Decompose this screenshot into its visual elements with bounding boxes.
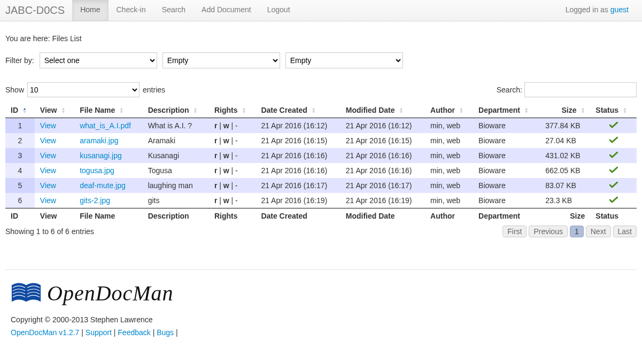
cell-created: 21 Apr 2016 (16:17) (256, 178, 340, 193)
cell-created: 21 Apr 2016 (16:16) (256, 148, 340, 163)
login-status-prefix: Logged in as (566, 5, 610, 14)
pager-first[interactable]: First (502, 226, 527, 237)
top-navbar: JABC-D0CS Home Check-in Search Add Docum… (0, 0, 642, 21)
book-icon (11, 282, 42, 305)
col-status[interactable]: Status ▲▼ (590, 103, 637, 118)
pager-next[interactable]: Next (586, 226, 611, 237)
sort-icon: ▲▼ (459, 107, 463, 114)
foot-description: Description (143, 208, 209, 224)
cell-modified: 21 Apr 2016 (16:19) (341, 193, 425, 208)
file-link[interactable]: kusanagi.jpg (80, 151, 122, 160)
cell-id: 1 (5, 118, 35, 134)
col-description[interactable]: Description ▲▼ (143, 103, 209, 118)
sort-icon: ▲▼ (312, 107, 316, 114)
cell-author: min, web (425, 148, 473, 163)
cell-size: 662.05 KB (540, 163, 590, 178)
foot-created: Date Created (256, 208, 340, 224)
nav-add-document[interactable]: Add Document (194, 0, 259, 21)
copyright: Copyright © 2000-2013 Stephen Lawrence (11, 315, 631, 324)
col-modified[interactable]: Modified Date ▲▼ (341, 103, 425, 118)
footer-divider (5, 269, 637, 270)
cell-view: View (35, 193, 74, 208)
cell-rights: r | w | - (209, 148, 256, 163)
col-department[interactable]: Department ▲▼ (473, 103, 540, 118)
length-entries-label: entries (143, 86, 165, 94)
nav-logout[interactable]: Logout (259, 0, 298, 21)
pager-last[interactable]: Last (613, 226, 637, 237)
sort-icon: ▲▼ (399, 107, 403, 114)
view-link[interactable]: View (40, 181, 56, 190)
cell-modified: 21 Apr 2016 (16:12) (341, 118, 425, 134)
nav-search[interactable]: Search (154, 0, 194, 21)
cell-department: Bioware (473, 118, 540, 134)
col-created[interactable]: Date Created ▲▼ (256, 103, 340, 118)
cell-description: laughing man (143, 178, 209, 193)
file-link[interactable]: deaf-mute.jpg (80, 181, 126, 190)
file-link[interactable]: aramaki.jpg (80, 136, 118, 145)
file-link[interactable]: gits-2.jpg (80, 196, 110, 205)
sort-icon: ▲▼ (22, 107, 27, 114)
cell-rights: r | w | - (209, 163, 256, 178)
cell-author: min, web (425, 193, 473, 208)
length-show-label: Show (5, 86, 24, 94)
view-link[interactable]: View (40, 196, 56, 205)
cell-filename: deaf-mute.jpg (74, 178, 142, 193)
col-id[interactable]: ID ▲▼ (5, 103, 35, 118)
cell-department: Bioware (473, 178, 540, 193)
cell-rights: r | w | - (209, 118, 256, 134)
search-input[interactable] (524, 82, 637, 97)
col-filename[interactable]: File Name ▲▼ (74, 103, 142, 118)
view-link[interactable]: View (40, 136, 56, 145)
foot-modified: Modified Date (341, 208, 425, 224)
cell-status (590, 118, 637, 134)
file-link[interactable]: togusa.jpg (80, 166, 114, 175)
check-icon (609, 121, 618, 130)
cell-filename: togusa.jpg (74, 163, 142, 178)
foot-view: View (35, 208, 74, 224)
sort-icon: ▲▼ (242, 107, 246, 114)
bugs-link[interactable]: Bugs (157, 328, 174, 337)
cell-modified: 21 Apr 2016 (16:16) (341, 148, 425, 163)
sort-icon: ▲▼ (119, 107, 123, 114)
col-author[interactable]: Author ▲▼ (425, 103, 473, 118)
foot-size: Size (540, 208, 590, 224)
view-link[interactable]: View (40, 121, 56, 130)
pager-page-1[interactable]: 1 (570, 226, 584, 237)
cell-size: 23.3 KB (540, 193, 590, 208)
filter-primary[interactable]: Select one (40, 52, 157, 68)
logo-text: OpenDocMan (47, 281, 174, 306)
version-link[interactable]: OpenDocMan v1.2.7 (11, 328, 79, 337)
view-link[interactable]: View (40, 166, 56, 175)
nav-checkin[interactable]: Check-in (109, 0, 154, 21)
view-link[interactable]: View (40, 151, 56, 160)
foot-status: Status (590, 208, 637, 224)
cell-id: 2 (5, 133, 35, 148)
col-view[interactable]: View ▲▼ (35, 103, 74, 118)
cell-rights: r | w | - (209, 178, 256, 193)
filter-label: Filter by: (5, 56, 34, 65)
foot-id: ID (5, 208, 35, 224)
user-link[interactable]: guest (610, 5, 629, 14)
filter-secondary-b[interactable]: Empty (285, 52, 403, 68)
cell-description: Aramaki (143, 133, 209, 148)
support-link[interactable]: Support (86, 328, 112, 337)
breadcrumb: You are here: Files List (5, 34, 637, 43)
col-size[interactable]: Size ▲▼ (540, 103, 590, 118)
feedback-link[interactable]: Feedback (118, 328, 150, 337)
filter-secondary-a[interactable]: Empty (163, 52, 280, 68)
nav-home[interactable]: Home (72, 0, 108, 21)
cell-id: 4 (5, 163, 35, 178)
col-rights[interactable]: Rights ▲▼ (209, 103, 256, 118)
cell-author: min, web (425, 178, 473, 193)
footer-links: OpenDocMan v1.2.7 | Support | Feedback |… (11, 328, 631, 337)
cell-modified: 21 Apr 2016 (16:15) (341, 133, 425, 148)
file-link[interactable]: what_is_A.I.pdf (80, 121, 131, 130)
length-select[interactable]: 10 (27, 82, 140, 97)
cell-author: min, web (425, 118, 473, 134)
sort-icon: ▲▼ (61, 107, 65, 114)
check-icon (609, 181, 618, 190)
sort-icon: ▲▼ (581, 107, 585, 114)
cell-id: 6 (5, 193, 35, 208)
pager-prev[interactable]: Previous (529, 226, 567, 237)
cell-author: min, web (425, 133, 473, 148)
